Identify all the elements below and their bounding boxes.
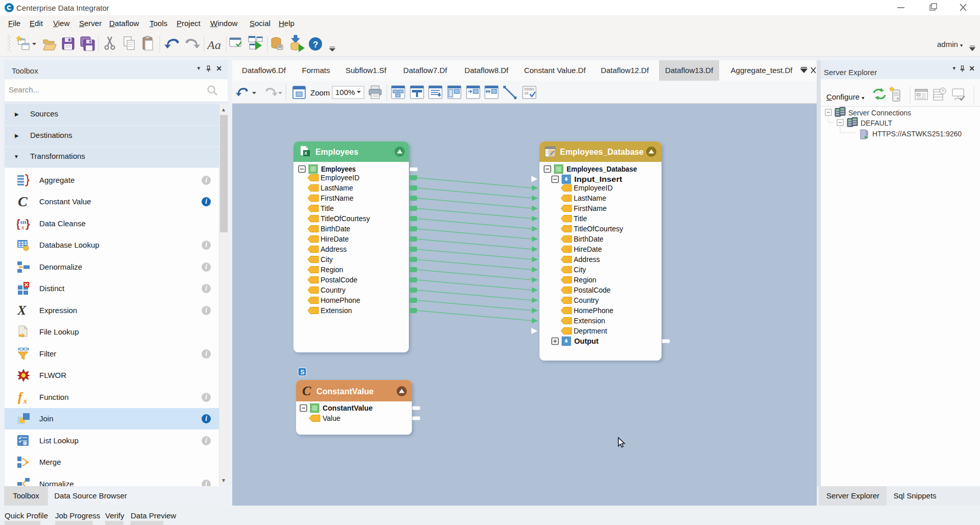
svg-text:City: City <box>574 266 586 274</box>
svg-text:}: } <box>26 217 30 230</box>
svg-text:Title: Title <box>321 204 334 212</box>
svg-text:Input_Insert: Input_Insert <box>574 175 622 183</box>
svg-text:Extension: Extension <box>321 306 352 315</box>
svg-text:EmployeeID: EmployeeID <box>321 174 359 182</box>
svg-text:S: S <box>301 369 305 376</box>
svg-text:C: C <box>18 195 28 208</box>
svg-text:x: x <box>23 397 27 404</box>
svg-text:f: f <box>18 391 23 404</box>
svg-text:Employees: Employees <box>315 147 358 156</box>
svg-text:PostalCode: PostalCode <box>321 276 358 284</box>
svg-text:Employees_Database: Employees_Database <box>567 165 637 173</box>
svg-text:Server Connections: Server Connections <box>848 109 911 117</box>
svg-text:PostalCode: PostalCode <box>574 286 611 294</box>
svg-text:X: X <box>304 151 307 156</box>
svg-text:100%: 100% <box>335 88 355 97</box>
svg-text:Title: Title <box>574 214 587 223</box>
svg-text:Region: Region <box>321 266 343 274</box>
svg-text:Value: Value <box>323 414 340 422</box>
svg-text:HireDate: HireDate <box>321 235 349 243</box>
svg-text:Zoom: Zoom <box>310 88 330 97</box>
svg-text:Employees_Database: Employees_Database <box>560 147 644 156</box>
svg-text:Employees: Employees <box>321 165 356 173</box>
svg-text:Address: Address <box>321 245 347 253</box>
svg-text:Country: Country <box>321 286 346 294</box>
svg-text:{: { <box>17 217 20 230</box>
svg-text:Output: Output <box>574 337 599 345</box>
svg-text:BirthDate: BirthDate <box>574 235 604 243</box>
svg-text:HomePhone: HomePhone <box>321 296 360 304</box>
svg-text:DEFAULT: DEFAULT <box>861 119 892 127</box>
svg-text:Address: Address <box>574 255 600 264</box>
svg-text:ConstantValue: ConstantValue <box>323 404 373 412</box>
svg-text:X: X <box>17 304 27 317</box>
svg-text:ConstantValue: ConstantValue <box>316 387 374 396</box>
svg-text:TitleOfCourtesy: TitleOfCourtesy <box>321 214 370 223</box>
svg-text:FirstName: FirstName <box>321 194 354 202</box>
svg-text:TitleOfCourtesy: TitleOfCourtesy <box>574 225 623 233</box>
svg-text:BirthDate: BirthDate <box>321 225 351 233</box>
svg-text:Deprtment: Deprtment <box>574 327 607 335</box>
svg-text:Country: Country <box>574 296 599 304</box>
svg-text:FirstName: FirstName <box>574 204 607 212</box>
svg-text:10: 10 <box>524 91 528 95</box>
svg-text:EmployeeID: EmployeeID <box>574 184 612 192</box>
svg-text:LastName: LastName <box>574 194 606 202</box>
svg-text:?: ? <box>313 40 318 50</box>
svg-text:Region: Region <box>574 276 596 284</box>
svg-text:LastName: LastName <box>321 184 353 192</box>
svg-text:C: C <box>302 384 311 398</box>
svg-text:HomePhone: HomePhone <box>574 306 614 315</box>
svg-text:Extension: Extension <box>574 317 605 325</box>
svg-text:x: x <box>21 224 24 230</box>
svg-text:HireDate: HireDate <box>574 245 602 253</box>
svg-text:01001: 01001 <box>524 87 534 91</box>
svg-text:City: City <box>321 255 333 264</box>
svg-text:Aa: Aa <box>206 38 221 52</box>
svg-text:HTTPS://ASTWKS251:9260: HTTPS://ASTWKS251:9260 <box>872 130 962 138</box>
